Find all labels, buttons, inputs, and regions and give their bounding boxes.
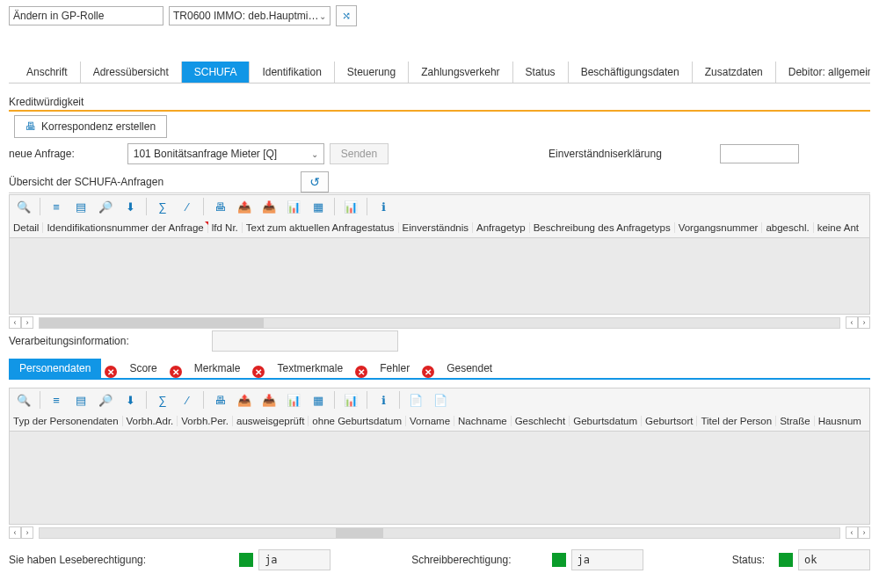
th2-ohnegeb[interactable]: ohne Geburtsdatum xyxy=(309,416,406,426)
tab-debitor-allgemein[interactable]: Debitor: allgemeine Daten xyxy=(776,62,870,83)
th-detail[interactable]: Detail xyxy=(10,222,43,233)
tab-identifikation[interactable]: Identifikation xyxy=(250,62,334,83)
table2-body[interactable] xyxy=(9,432,870,525)
scroll-right-button[interactable]: › xyxy=(21,316,33,329)
divider xyxy=(146,391,147,409)
alv-subtotal-button[interactable]: ⁄ xyxy=(176,197,199,216)
hscrollbar-2[interactable] xyxy=(39,527,840,539)
th-abgeschl[interactable]: abgeschl. xyxy=(762,222,813,233)
scroll-left-button[interactable]: ‹ xyxy=(9,316,21,329)
th-anfragetypdesc[interactable]: Beschreibung des Anfragetyps xyxy=(530,222,675,233)
alv-info-button[interactable]: ℹ xyxy=(372,197,395,216)
alv2-doc2-button[interactable]: 📄 xyxy=(429,390,452,410)
alv2-graph-button[interactable]: 📊 xyxy=(339,390,362,410)
alv2-views-button[interactable]: ▦ xyxy=(307,390,330,410)
role-assign-button[interactable]: ⤭ xyxy=(336,5,357,26)
subtab-textmerkmale[interactable]: Textmerkmale xyxy=(266,359,353,378)
consent-input[interactable] xyxy=(720,144,799,163)
th2-hausnr[interactable]: Hausnum xyxy=(815,416,865,426)
scroll-right-button[interactable]: › xyxy=(858,316,870,329)
tab-anschrift[interactable]: Anschrift xyxy=(14,62,81,83)
th2-ausweis[interactable]: ausweisgeprüft xyxy=(233,416,309,426)
create-correspondence-button[interactable]: 🖶 Korrespondenz erstellen xyxy=(14,115,167,138)
alv-details-button[interactable]: 🔍 xyxy=(12,197,35,216)
th2-geschl[interactable]: Geschlecht xyxy=(512,416,570,426)
scroll-right-button[interactable]: › xyxy=(858,526,870,539)
error-icon: ✕ xyxy=(422,366,434,378)
alv-sortasc-button[interactable]: ≡ xyxy=(45,197,68,216)
read-perm-label: Sie haben Leseberechtigung: xyxy=(9,554,146,566)
status-label: Status: xyxy=(732,554,765,566)
alv2-subtotal-button[interactable]: ⁄ xyxy=(176,390,199,410)
hscrollbar-thumb[interactable] xyxy=(336,528,384,538)
th-anfragetyp[interactable]: Anfragetyp xyxy=(473,222,530,233)
layout-icon: 📊 xyxy=(287,394,301,407)
th2-titel[interactable]: Titel der Person xyxy=(697,416,776,426)
th-lfdnr[interactable]: lfd Nr. xyxy=(208,222,243,233)
th-einv[interactable]: Einverständnis xyxy=(399,222,473,233)
th2-vorbhadr[interactable]: Vorbh.Adr. xyxy=(123,416,178,426)
scroll-left-button[interactable]: ‹ xyxy=(846,526,858,539)
role-select[interactable]: TR0600 IMMO: deb.Hauptmieter .. ⌄ xyxy=(169,6,331,25)
alv2-export-button[interactable]: 📤 xyxy=(233,390,256,410)
th2-vorname[interactable]: Vorname xyxy=(406,416,454,426)
send-button[interactable]: Senden xyxy=(330,143,389,164)
alv-graph-button[interactable]: 📊 xyxy=(339,197,362,216)
error-icon: ✕ xyxy=(252,366,265,378)
th2-gebdatum[interactable]: Geburtsdatum xyxy=(570,416,642,426)
table1-body[interactable] xyxy=(9,238,870,315)
alv-print-button[interactable]: 🖶 xyxy=(208,197,231,216)
tab-beschaeftigungsdaten[interactable]: Beschäftigungsdaten xyxy=(569,62,693,83)
alv-layout-button[interactable]: 📊 xyxy=(282,197,305,216)
subtab-score[interactable]: Score xyxy=(119,359,167,378)
th-vorgang[interactable]: Vorgangsnummer xyxy=(675,222,763,233)
alv-find-button[interactable]: 🔎 xyxy=(94,197,117,216)
tab-zahlungsverkehr[interactable]: Zahlungsverkehr xyxy=(409,62,512,83)
scroll-left-button[interactable]: ‹ xyxy=(846,316,858,329)
alv-sortdesc-button[interactable]: ▤ xyxy=(69,197,92,216)
alv2-sortasc-button[interactable]: ≡ xyxy=(45,390,68,410)
th-id[interactable]: Idendifikationsnummer der Anfrage xyxy=(43,222,207,233)
alv2-sortdesc-button[interactable]: ▤ xyxy=(69,390,92,410)
scroll-right-button[interactable]: › xyxy=(21,526,33,539)
hscrollbar-thumb[interactable] xyxy=(40,318,264,328)
tab-status[interactable]: Status xyxy=(513,62,569,83)
tab-adressuebersicht[interactable]: Adressübersicht xyxy=(81,62,182,83)
tab-zusatzdaten[interactable]: Zusatzdaten xyxy=(693,62,776,83)
subtab-gesendet[interactable]: Gesendet xyxy=(436,359,503,378)
tab-schufa[interactable]: SCHUFA xyxy=(182,62,251,83)
status-green-icon xyxy=(779,553,793,567)
alv2-find-button[interactable]: 🔎 xyxy=(94,390,117,410)
scroll-left-button[interactable]: ‹ xyxy=(9,526,21,539)
hscrollbar-1[interactable] xyxy=(39,317,840,329)
alv2-doc1-button[interactable]: 📄 xyxy=(404,390,427,410)
alv2-filter-button[interactable]: ⬇ xyxy=(119,390,142,410)
subtab-fehler[interactable]: Fehler xyxy=(369,359,420,378)
alv-filter-button[interactable]: ⬇ xyxy=(119,197,142,216)
alv-export-button[interactable]: 📤 xyxy=(233,197,256,216)
subtab-merkmale[interactable]: Merkmale xyxy=(184,359,251,378)
alv-views-button[interactable]: ▦ xyxy=(307,197,330,216)
alv2-info-button[interactable]: ℹ xyxy=(372,390,395,410)
table1-header: Detail Idendifikationsnummer der Anfrage… xyxy=(9,218,870,238)
find-icon: 🔎 xyxy=(98,200,113,214)
th2-gebort[interactable]: Geburtsort xyxy=(642,416,697,426)
th-keineant[interactable]: keine Ant xyxy=(814,222,862,233)
th2-typ[interactable]: Typ der Personendaten xyxy=(10,416,123,426)
subtab-personendaten[interactable]: Personendaten xyxy=(9,359,101,378)
refresh-button[interactable]: ↻ xyxy=(301,171,329,192)
th2-vorbhper[interactable]: Vorbh.Per. xyxy=(178,416,233,426)
alv-sum-button[interactable]: ∑ xyxy=(151,197,174,216)
alv2-sum-button[interactable]: ∑ xyxy=(151,390,174,410)
alv2-import-button[interactable]: 📥 xyxy=(258,390,280,410)
th2-nachname[interactable]: Nachname xyxy=(454,416,512,426)
tab-steuerung[interactable]: Steuerung xyxy=(335,62,409,83)
change-role-field[interactable]: Ändern in GP-Rolle xyxy=(9,6,163,25)
th-statustxt[interactable]: Text zum aktuellen Anfragestatus xyxy=(243,222,399,233)
alv-import-button[interactable]: 📥 xyxy=(258,197,280,216)
alv2-print-button[interactable]: 🖶 xyxy=(208,390,231,410)
th2-strasse[interactable]: Straße xyxy=(776,416,815,426)
request-type-select[interactable]: 101 Bonitätsanfrage Mieter [Q] ⌄ xyxy=(127,143,324,164)
alv2-layout-button[interactable]: 📊 xyxy=(282,390,305,410)
alv2-details-button[interactable]: 🔍 xyxy=(12,390,35,410)
